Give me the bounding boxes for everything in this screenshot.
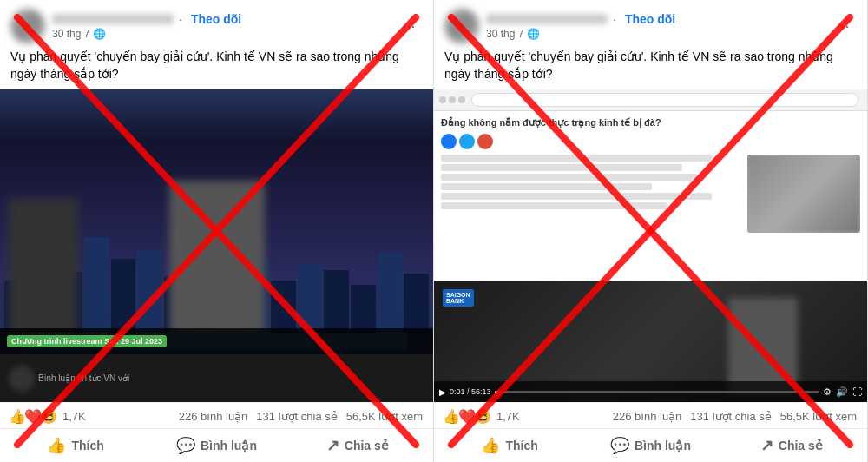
globe-icon-right: 🌐 [527,28,540,40]
reactions-bar-left: 👍 ❤️ 😆 1,7K 226 bình luận 131 lượt chia … [0,402,433,428]
name-row-left: · Theo dõi [52,12,388,26]
reaction-stats-right: 226 bình luận 131 lượt chia sẻ 56,5K lượ… [613,410,857,423]
stream-text: Bình luận tin tức VN với [38,373,129,383]
reaction-heart-icon-r: ❤️ [458,408,476,425]
reaction-count-right: 1,7K [496,410,520,423]
reaction-icons-left: 👍 ❤️ 😆 [10,408,57,425]
avatar-left [10,9,45,43]
video-person-blur [728,298,798,393]
shares-count-right: 131 lượt chia sẻ [690,410,771,423]
header-info-right: · Theo dõi 30 thg 7 🌐 [486,12,822,40]
comment-button-left[interactable]: 💬 Bình luận [146,431,286,460]
share-button-left[interactable]: ↗ Chia sẻ [287,431,428,460]
studio-bottom-bar: Bình luận tin tức VN với [0,354,433,402]
post-header-left: · Theo dõi 30 thg 7 🌐 ··· [0,0,433,49]
avatar-right [444,9,479,43]
username-blur-left [52,14,174,24]
like-icon-left: 👍 [47,436,66,455]
article-image [747,155,860,233]
share-icon-right: ↗ [760,436,773,455]
meta-row-left: 30 thg 7 🌐 [52,28,388,40]
post-header-right: · Theo dõi 30 thg 7 🌐 ··· [434,0,867,49]
browser-window: Đảng không nắm được thực trạng kinh tế b… [434,89,867,402]
video-progress-bar[interactable] [495,391,819,393]
play-button[interactable]: ▶ [439,387,446,397]
live-badge: Chương trình livestream Sat. 29 Jul 2023 [7,335,167,347]
brand-logo-left [9,366,35,392]
like-label-right: Thích [505,439,537,452]
post-image-left: Chương trình livestream Sat. 29 Jul 2023… [0,89,433,402]
comments-count-left: 226 bình luận [179,410,248,423]
name-row-right: · Theo dõi [486,12,822,26]
browser-dot-3 [458,96,465,103]
actions-bar-right: 👍 Thích 💬 Bình luận ↗ Chia sẻ [434,428,867,462]
video-overlay: SAIGONBANK ▶ 0:01 / 56:13 ⚙ 🔊 ⛶ [434,280,867,402]
reaction-count-left: 1,7K [62,410,86,423]
comments-count-right: 226 bình luận [613,410,682,423]
fb-share-icon [441,134,457,149]
meta-row-right: 30 thg 7 🌐 [486,28,822,40]
text-line-2 [441,164,682,171]
saigon-bank-sign: SAIGONBANK [443,289,474,307]
comment-icon-left: 💬 [176,436,195,455]
browser-dot-1 [439,96,446,103]
video-controls: ▶ 0:01 / 56:13 ⚙ 🔊 ⛶ [434,381,867,402]
article-content [434,151,867,236]
browser-chrome [434,89,867,111]
tw-share-icon [459,134,475,149]
person-center-blur [169,181,265,337]
post-card-left: · Theo dõi 30 thg 7 🌐 ··· Vụ phán quyết … [0,0,434,462]
header-info-left: · Theo dõi 30 thg 7 🌐 [52,12,388,40]
follow-button-left[interactable]: Theo dõi [191,12,241,26]
reaction-heart-icon: ❤️ [24,408,42,425]
separator-left: · [179,12,182,26]
like-button-right[interactable]: 👍 Thích [439,431,580,460]
more-button-right[interactable]: ··· [829,12,857,40]
video-time: 0:01 / 56:13 [450,387,491,396]
comment-button-right[interactable]: 💬 Bình luận [580,431,720,460]
more-button-left[interactable]: ··· [395,12,423,40]
share-label-left: Chia sẻ [345,439,389,452]
text-line-1 [441,155,712,162]
share-button-right[interactable]: ↗ Chia sẻ [721,431,862,460]
share-icon-left: ↗ [326,436,339,455]
post-text-left: Vụ phán quyết 'chuyến bay giải cứu'. Kin… [0,49,433,89]
browser-dot-2 [449,96,456,103]
reaction-stats-left: 226 bình luận 131 lượt chia sẻ 56,5K lượ… [179,410,423,423]
post-card-right: · Theo dõi 30 thg 7 🌐 ··· Vụ phán quyết … [434,0,868,462]
share-icons-row [434,132,867,151]
progress-fill [495,391,498,393]
comment-label-left: Bình luận [201,439,257,452]
post-text-right: Vụ phán quyết 'chuyến bay giải cứu'. Kin… [434,49,867,89]
text-line-6 [441,202,667,209]
volume-icon[interactable]: 🔊 [836,386,848,398]
reaction-icons-right: 👍 ❤️ 😆 [444,408,491,425]
follow-button-right[interactable]: Theo dõi [625,12,675,26]
reaction-like-icon-r: 👍 [443,408,460,425]
comment-label-right: Bình luận [635,439,691,452]
fullscreen-icon[interactable]: ⛶ [852,386,862,397]
share-label-right: Chia sẻ [779,439,823,452]
views-count-right: 56,5K lượt xem [780,410,857,423]
username-blur-right [486,14,608,24]
separator-right: · [613,12,616,26]
post-image-right: Đảng không nắm được thực trạng kinh tế b… [434,89,867,402]
actions-bar-left: 👍 Thích 💬 Bình luận ↗ Chia sẻ [0,428,433,462]
reaction-haha-icon: 😆 [40,408,57,425]
article-title: Đảng không nắm được thực trạng kinh tế b… [434,111,867,132]
text-line-3 [441,174,697,181]
video-controls-right: ⚙ 🔊 ⛶ [823,386,862,398]
reaction-like-icon: 👍 [9,408,26,425]
like-icon-right: 👍 [481,436,500,455]
studio-lower-bar: Chương trình livestream Sat. 29 Jul 2023 [0,328,433,354]
reactions-bar-right: 👍 ❤️ 😆 1,7K 226 bình luận 131 lượt chia … [434,402,867,428]
like-button-left[interactable]: 👍 Thích [5,431,146,460]
reaction-haha-icon-r: 😆 [474,408,491,425]
browser-content: Đảng không nắm được thực trạng kinh tế b… [434,111,867,402]
browser-url-bar [471,93,858,107]
gg-share-icon [477,134,493,149]
article-text-lines [441,155,742,233]
views-count-left: 56,5K lượt xem [346,410,423,423]
shares-count-left: 131 lượt chia sẻ [256,410,337,423]
settings-icon[interactable]: ⚙ [823,386,832,398]
